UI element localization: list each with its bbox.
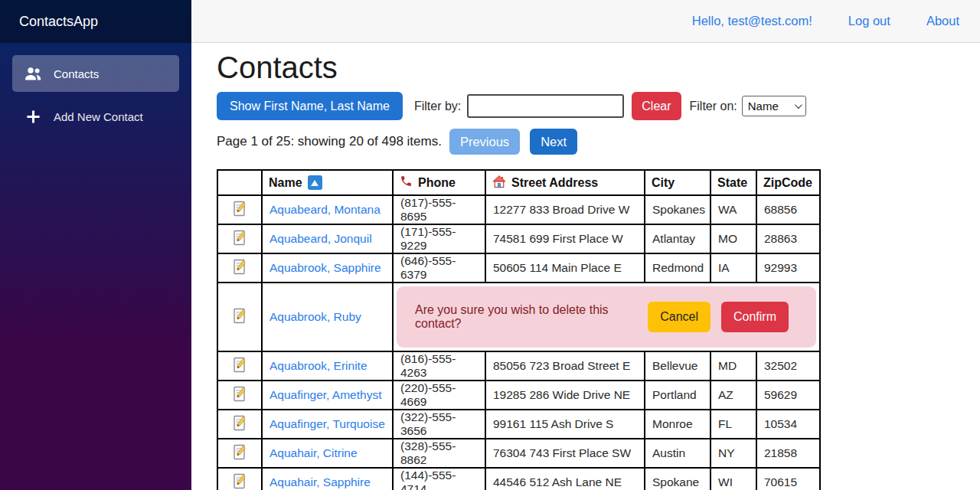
contact-state: AZ	[710, 381, 756, 410]
contact-city: Atlantay	[645, 224, 710, 253]
contact-name-link[interactable]: Aquahair, Citrine	[270, 446, 358, 459]
filter-input[interactable]	[467, 94, 624, 118]
contacts-table-body: Aquabeard, Montana(817)-555-869512277 83…	[217, 195, 820, 490]
contact-phone: (144)-555-4714	[393, 468, 485, 490]
app-brand-title: ContactsApp	[19, 14, 98, 30]
table-row: Aquabrook, Sapphire(646)-555-637950605 1…	[217, 253, 820, 283]
contact-street: 12277 833 Broad Drive W	[485, 195, 645, 224]
contact-state: WA	[710, 195, 756, 224]
contact-name-link[interactable]: Aquabrook, Ruby	[270, 310, 361, 323]
contact-state: FL	[710, 410, 756, 439]
col-header-phone-label: Phone	[418, 176, 456, 190]
table-row: Aquabeard, Jonquil(171)-555-922974581 69…	[217, 224, 820, 253]
contact-zip: 59629	[756, 381, 820, 410]
contact-state: MD	[710, 351, 756, 381]
next-button[interactable]: Next	[530, 129, 577, 155]
col-header-name: Name	[262, 170, 393, 195]
contact-zip: 70615	[756, 468, 820, 490]
contacts-table: Name Phone	[217, 169, 821, 490]
contact-street: 44546 512 Ash Lane NE	[485, 468, 645, 490]
col-header-street-label: Street Address	[511, 176, 598, 190]
chevron-down-icon	[795, 101, 802, 109]
show-names-button[interactable]: Show First Name, Last Name	[217, 92, 403, 120]
logout-button[interactable]: Log out	[848, 14, 890, 28]
col-header-state: State	[710, 170, 756, 195]
sidebar-item-contacts[interactable]: Contacts	[12, 55, 179, 92]
sidebar-item-add-new-contact[interactable]: Add New Contact	[12, 98, 179, 135]
contact-street: 50605 114 Main Place E	[485, 253, 645, 283]
contact-name-link[interactable]: Aquafinger, Turquoise	[270, 417, 385, 430]
sidebar: ContactsApp Contacts Add New Contact	[0, 0, 191, 490]
delete-confirm-message: Are you sure you wish to delete this con…	[415, 303, 648, 331]
contact-name-link[interactable]: Aquabeard, Montana	[270, 203, 381, 216]
greeting-link[interactable]: Hello, test@test.com!	[692, 14, 812, 28]
contact-street: 19285 286 Wide Drive NE	[485, 381, 645, 410]
plus-icon	[24, 109, 42, 124]
table-row: Aquafinger, Turquoise(322)-555-365699161…	[217, 410, 820, 439]
col-header-edit	[217, 170, 262, 195]
filter-on-select[interactable]: Name	[742, 96, 806, 116]
col-header-zip: ZipCode	[756, 170, 820, 195]
edit-contact-icon[interactable]	[234, 444, 247, 460]
house-icon	[492, 175, 506, 191]
contact-name-link[interactable]: Aquabrook, Erinite	[270, 359, 368, 372]
edit-contact-icon[interactable]	[234, 259, 247, 275]
contact-zip: 92993	[756, 253, 820, 283]
contact-street: 99161 115 Ash Drive S	[485, 410, 645, 439]
about-link[interactable]: About	[926, 14, 959, 28]
contact-state: MO	[710, 224, 756, 253]
edit-contact-icon[interactable]	[234, 230, 247, 246]
table-row: Aquahair, Citrine(328)-555-886276304 743…	[217, 439, 820, 468]
confirm-button[interactable]: Confirm	[721, 302, 789, 332]
col-header-name-label: Name	[269, 176, 302, 190]
contact-name-link[interactable]: Aquahair, Sapphire	[270, 475, 371, 488]
contact-city: Redmond	[645, 253, 710, 283]
contact-name-link[interactable]: Aquabeard, Jonquil	[270, 232, 372, 245]
contact-phone: (171)-555-9229	[393, 224, 485, 253]
page-title: Contacts	[217, 51, 980, 84]
contact-zip: 68856	[756, 195, 820, 224]
main-content: Contacts Show First Name, Last Name Filt…	[191, 43, 980, 490]
table-row: Aquabeard, Montana(817)-555-869512277 83…	[217, 195, 820, 224]
pagination-info: Page 1 of 25: showing 20 of 498 items.	[217, 134, 442, 149]
contact-name-link[interactable]: Aquafinger, Amethyst	[270, 388, 381, 401]
cancel-button[interactable]: Cancel	[648, 302, 710, 332]
table-header-row: Name Phone	[217, 170, 820, 195]
contact-street: 74581 699 First Place W	[485, 224, 645, 253]
pagination-row: Page 1 of 25: showing 20 of 498 items. P…	[217, 129, 980, 155]
previous-button[interactable]: Previous	[449, 129, 520, 155]
sidebar-item-label: Contacts	[54, 67, 99, 80]
contact-zip: 32502	[756, 351, 820, 381]
clear-button[interactable]: Clear	[632, 92, 681, 120]
contact-phone: (322)-555-3656	[393, 410, 485, 439]
edit-contact-icon[interactable]	[234, 308, 247, 324]
contact-phone: (817)-555-8695	[393, 195, 485, 224]
edit-contact-icon[interactable]	[234, 473, 247, 489]
table-row: Aquahair, Sapphire(144)-555-471444546 51…	[217, 468, 820, 490]
contact-city: Portland	[645, 381, 710, 410]
col-header-street: Street Address	[485, 170, 645, 195]
filter-by-label: Filter by:	[414, 100, 461, 113]
col-header-phone: Phone	[393, 170, 485, 195]
contact-zip: 28863	[756, 224, 820, 253]
contact-name-link[interactable]: Aquabrook, Sapphire	[270, 261, 381, 274]
edit-contact-icon[interactable]	[234, 386, 247, 402]
contact-phone: (646)-555-6379	[393, 253, 485, 283]
edit-contact-icon[interactable]	[234, 415, 247, 431]
contact-street: 76304 743 First Place SW	[485, 439, 645, 468]
col-header-city: City	[645, 170, 710, 195]
contact-city: Monroe	[645, 410, 710, 439]
app-brand[interactable]: ContactsApp	[0, 0, 191, 43]
contact-city: Spokane	[645, 468, 710, 490]
edit-contact-icon[interactable]	[234, 357, 247, 373]
sidebar-item-label: Add New Contact	[54, 110, 143, 123]
edit-contact-icon[interactable]	[234, 201, 247, 217]
contact-state: WI	[710, 468, 756, 490]
phone-icon	[400, 175, 413, 191]
people-icon	[24, 67, 42, 80]
delete-confirm-alert: Are you sure you wish to delete this con…	[397, 286, 816, 348]
contact-city: Spokanes	[645, 195, 710, 224]
contact-phone: (816)-555-4263	[393, 351, 485, 381]
sort-ascending-icon[interactable]	[308, 175, 322, 190]
contact-state: IA	[710, 253, 756, 283]
